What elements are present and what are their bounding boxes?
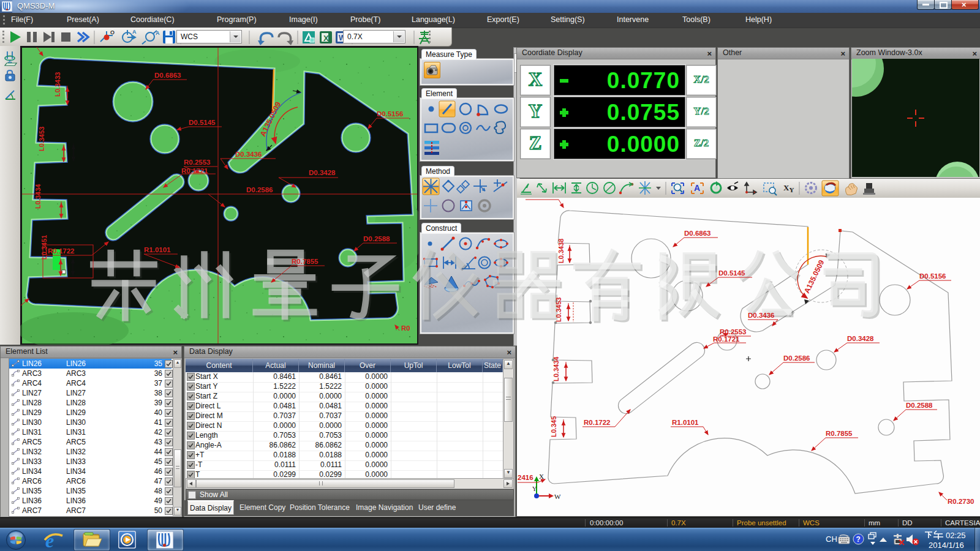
svg-text:A135.0509: A135.0509 <box>802 258 826 294</box>
svg-text:?: ? <box>856 535 861 544</box>
svg-text:L0.3433: L0.3433 <box>54 72 61 97</box>
svg-text:L0.3453: L0.3453 <box>38 127 45 151</box>
svg-text:D0.2586: D0.2586 <box>783 354 810 362</box>
svg-text:02:25: 02:25 <box>946 531 966 540</box>
svg-text:D0.6863: D0.6863 <box>154 72 181 79</box>
svg-text:A: A <box>132 29 137 35</box>
svg-text:R0.7855: R0.7855 <box>292 258 318 265</box>
svg-text:D0.2586: D0.2586 <box>246 186 273 193</box>
svg-text:D0.3428: D0.3428 <box>309 169 336 176</box>
svg-text:L0.345: L0.345 <box>550 416 557 437</box>
svg-text:A: A <box>156 30 160 36</box>
svg-text:L0.3434: L0.3434 <box>34 184 42 209</box>
svg-text:L0.3438: L0.3438 <box>557 239 565 263</box>
svg-text:R1.0101: R1.0101 <box>144 246 171 253</box>
svg-text:R0.2730: R0.2730 <box>948 498 974 505</box>
svg-text:D0.2588: D0.2588 <box>363 235 390 242</box>
svg-text:D0.3428: D0.3428 <box>847 335 874 342</box>
svg-text:D0.5145: D0.5145 <box>718 269 745 277</box>
svg-text:D0.3436: D0.3436 <box>748 312 774 319</box>
svg-text:2014/1/16: 2014/1/16 <box>929 541 964 550</box>
svg-text:A135.0509: A135.0509 <box>258 100 282 138</box>
svg-text:D0.3436: D0.3436 <box>235 151 262 158</box>
svg-text:X: X <box>323 34 329 43</box>
svg-text:L0.3453: L0.3453 <box>555 298 562 322</box>
svg-text:L0.3434: L0.3434 <box>552 356 560 381</box>
svg-text:R1.0101: R1.0101 <box>672 419 699 426</box>
svg-text:R0.1721: R0.1721 <box>713 335 740 343</box>
svg-text:D0.5156: D0.5156 <box>377 110 403 118</box>
svg-text:XY: XY <box>783 183 794 193</box>
svg-text:L0.3451: L0.3451 <box>40 235 48 260</box>
svg-text:R0.1722: R0.1722 <box>584 419 610 426</box>
svg-text:R0.1722: R0.1722 <box>48 247 74 255</box>
svg-text:R0.2553: R0.2553 <box>184 159 210 166</box>
svg-text:e: e <box>45 530 54 551</box>
svg-text:R0.1721: R0.1721 <box>181 167 208 174</box>
svg-text:2416: 2416 <box>518 474 533 481</box>
svg-text:D0.5145: D0.5145 <box>189 119 216 126</box>
svg-text:R0: R0 <box>401 324 410 332</box>
svg-text:O: O <box>110 29 115 36</box>
svg-text:R0.2553: R0.2553 <box>720 328 746 335</box>
svg-text:D0.2588: D0.2588 <box>906 402 933 409</box>
svg-text:D0.5156: D0.5156 <box>919 272 946 280</box>
svg-text:R0.7855: R0.7855 <box>826 430 853 437</box>
svg-text:D0.6863: D0.6863 <box>684 230 710 237</box>
svg-text:A: A <box>694 183 700 193</box>
